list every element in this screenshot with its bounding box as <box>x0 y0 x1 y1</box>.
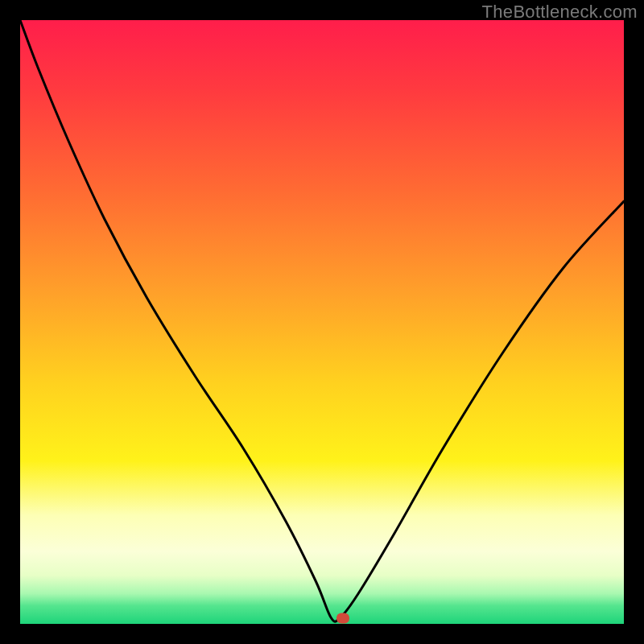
plot-area <box>20 20 624 624</box>
gradient-background <box>20 20 624 624</box>
chart-frame: TheBottleneck.com <box>0 0 644 644</box>
watermark-text: TheBottleneck.com <box>482 2 638 23</box>
optimum-marker <box>336 613 349 623</box>
chart-svg <box>20 20 624 624</box>
